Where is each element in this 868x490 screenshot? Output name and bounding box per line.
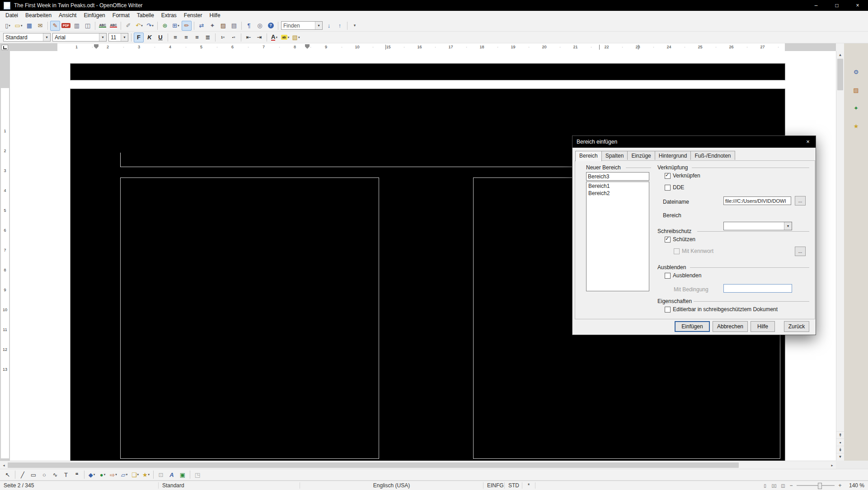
new-document-button[interactable]: ▯▾ [3,21,13,31]
navigation-button[interactable]: ● [836,439,844,446]
ellipse-tool[interactable]: ○ [39,470,49,480]
symbol-shapes-tool[interactable]: ●▾ [98,470,108,480]
column-boundary-marker[interactable] [385,45,386,50]
callouts-tool[interactable]: ❑▾ [130,470,140,480]
next-page-button[interactable]: ↡ [836,446,844,453]
menu-datei[interactable]: Datei [2,11,22,20]
text-box-tool[interactable]: T [61,470,71,480]
page-1-bottom[interactable] [70,63,785,80]
paragraph-style-dropdown-icon[interactable]: ▾ [43,33,50,41]
extrusion-button[interactable]: ◳ [192,470,202,480]
undo-button[interactable]: ↶▾ [134,21,144,31]
gallery-button[interactable]: ▨ [218,21,228,31]
increase-indent-button[interactable]: ⇥ [254,33,264,42]
close-button[interactable]: × [847,0,868,11]
menu-ansicht[interactable]: Ansicht [55,11,80,20]
status-modified-flag[interactable]: * [522,482,535,489]
align-center-button[interactable]: ≡ [181,33,191,42]
insert-table-button[interactable]: ⊞▾ [171,21,181,31]
link-checkbox[interactable]: Verknüpfen [665,173,700,179]
scroll-down-icon[interactable]: ▼ [836,453,844,461]
multi-page-view-button[interactable]: ▯▯ [769,483,779,488]
highlighting-button[interactable]: ab▾ [280,33,290,42]
numbered-list-button[interactable]: 1≡ [218,33,228,42]
horizontal-ruler[interactable]: 1234567891015161718192021222324252627 [0,43,836,51]
bullet-list-button[interactable]: •≡ [229,33,239,42]
section-list-item[interactable]: Bereich2 [586,190,649,197]
menu-fenster[interactable]: Fenster [180,11,206,20]
toolbar-overflow-button[interactable]: ▾ [350,21,360,31]
text-frame-left[interactable] [120,177,379,459]
find-next-button[interactable]: ↓ [324,21,334,31]
status-insert-mode[interactable]: EINFG [483,482,504,489]
indent-marker[interactable] [305,44,310,47]
filename-input[interactable]: file:///C:/Users/DIVID/DOWI [723,196,791,205]
print-button[interactable]: ▥ [72,21,82,31]
menu-einfuegen[interactable]: Einfügen [80,11,108,20]
menu-format[interactable]: Format [109,11,133,20]
scroll-up-icon[interactable]: ▲ [836,51,844,58]
underline-button[interactable]: U [155,33,165,42]
font-color-button[interactable]: A▾ [269,33,279,42]
basic-shapes-tool[interactable]: ◆▾ [87,470,97,480]
combobox-dropdown-icon[interactable]: ▾ [784,222,792,230]
new-section-input[interactable]: Bereich3 [586,172,649,181]
sidebar-properties[interactable]: ⚙ [849,65,864,79]
block-arrows-tool[interactable]: ⇨▾ [108,470,118,480]
data-sources-button[interactable]: ▤ [229,21,239,31]
horizontal-scrollbar[interactable]: ◂ ▸ [0,461,836,469]
condition-input[interactable] [723,284,792,293]
flowchart-tool[interactable]: ▱▾ [119,470,129,480]
dde-checkbox[interactable]: DDE [665,184,684,191]
tab-einzuege[interactable]: Einzüge [627,151,655,160]
edit-file-button[interactable]: ✎ [50,21,60,31]
column-boundary-marker[interactable] [599,45,600,50]
menu-bearbeiten[interactable]: Bearbeiten [22,11,55,20]
section-list-item[interactable]: Bereich1 [586,182,649,190]
section-list[interactable]: Bereich1Bereich2 [586,182,649,291]
status-page-style[interactable]: Standard [159,482,300,489]
rectangle-tool[interactable]: ▭ [28,470,38,480]
redo-button[interactable]: ↷▾ [145,21,155,31]
zoom-button[interactable]: ◎ [255,21,265,31]
tab-bereich[interactable]: Bereich [575,151,602,161]
protect-checkbox[interactable]: Schützen [665,236,695,243]
editable-checkbox[interactable]: Editierbar in schreibgeschütztem Dokumen… [665,306,778,313]
background-color-button[interactable]: ▧▾ [291,33,301,42]
scroll-left-icon[interactable]: ◂ [0,462,8,469]
menu-hilfe[interactable]: Hilfe [206,11,224,20]
font-name-dropdown-icon[interactable]: ▾ [99,33,106,41]
status-zoom-value[interactable]: 140 % [844,482,868,489]
cancel-button[interactable]: Abbrechen [713,321,748,332]
select-tool[interactable]: ↖ [3,470,13,480]
dialog-titlebar[interactable]: Bereich einfügen × [572,136,816,148]
zoom-out-button[interactable]: − [788,482,795,489]
insert-picture-button[interactable]: ▣ [178,470,188,480]
find-dropdown-icon[interactable]: ▾ [315,22,322,29]
previous-page-button[interactable]: ↟ [836,431,844,439]
vertical-scrollbar-thumb[interactable] [837,59,843,90]
tab-spalten[interactable]: Spalten [601,151,628,160]
font-name-select[interactable]: Arial ▾ [52,33,107,42]
vertical-ruler[interactable]: 12345678910111213 [0,51,10,461]
tab-fuss-endnoten[interactable]: Fuß-/Endnoten [690,151,735,160]
maximize-button[interactable]: □ [826,0,847,11]
fontwork-gallery-button[interactable]: A [167,470,177,480]
page-preview-button[interactable]: ◫ [83,21,93,31]
tab-hintergrund[interactable]: Hintergrund [655,151,691,160]
font-size-select[interactable]: 11 ▾ [108,33,128,42]
autospellcheck-button[interactable]: ABC [108,21,118,31]
stars-tool[interactable]: ★▾ [141,470,151,480]
help-button[interactable]: ? [266,21,276,31]
hide-checkbox[interactable]: Ausblenden [665,272,701,279]
save-button[interactable]: ▦ [24,21,34,31]
format-paintbrush-button[interactable]: ✐ [123,21,133,31]
paragraph-style-select[interactable]: Standard ▾ [3,33,51,42]
align-left-button[interactable]: ≡ [170,33,180,42]
align-right-button[interactable]: ≡ [192,33,202,42]
minimize-button[interactable]: – [806,0,826,11]
draw-functions-button[interactable]: ✏ [182,21,192,31]
status-selection-mode[interactable]: STD [505,482,522,489]
find-previous-button[interactable]: ↑ [335,21,345,31]
find-replace-button[interactable]: ⇄ [197,21,206,31]
